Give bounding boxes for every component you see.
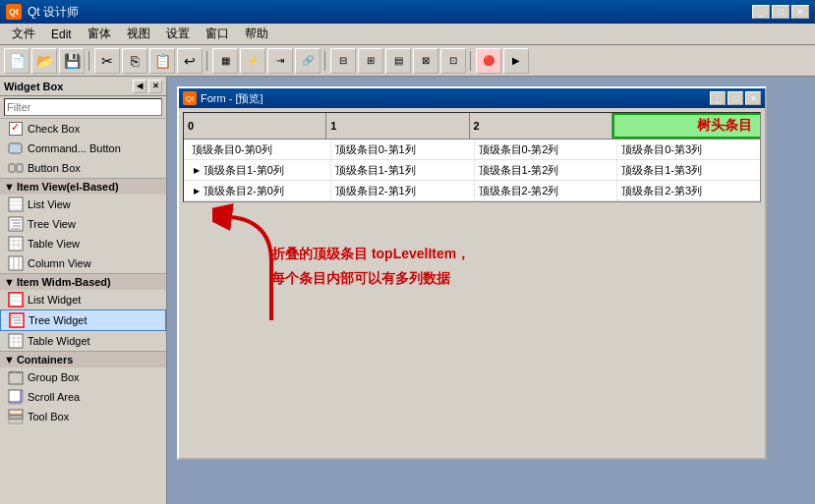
svg-rect-2: [17, 164, 23, 172]
form-maximize[interactable]: □: [728, 91, 743, 105]
main-area: Widget Box ◀ ✕ Check Box Command... Butt…: [0, 77, 815, 504]
sidebar-item-label: List Widget: [28, 294, 81, 306]
menu-help[interactable]: 帮助: [237, 24, 276, 44]
cell-1-1: 顶级条目1-第1列: [331, 160, 475, 180]
cell-1-2: 顶级条目1-第2列: [475, 160, 618, 180]
layout-v-button[interactable]: ⊞: [358, 48, 383, 74]
annotation-text: 折叠的顶级条目 topLevelItem， 每个条目内部可以有多列数据: [271, 242, 470, 291]
svg-rect-36: [9, 390, 21, 402]
widget-box-sidebar: Widget Box ◀ ✕ Check Box Command... Butt…: [0, 77, 167, 504]
sidebar-item-list-view[interactable]: List View: [0, 195, 166, 214]
svg-rect-12: [9, 237, 23, 251]
sidebar-item-scroll-area[interactable]: Scroll Area: [0, 387, 166, 407]
cell-0-3: 顶级条目0-第3列: [617, 140, 760, 159]
sidebar-item-command-button[interactable]: Command... Button: [0, 139, 166, 158]
svg-text:G: G: [11, 369, 14, 374]
buddy-button[interactable]: 🔗: [295, 48, 320, 74]
tree-view-icon: [8, 216, 24, 232]
filter-input[interactable]: [4, 98, 162, 116]
cell-2-1: 顶级条目2-第1列: [331, 181, 475, 200]
triangle-icon: ▼: [4, 354, 15, 365]
sidebar-item-table-view[interactable]: Table View: [0, 234, 166, 253]
sidebar-item-label: Check Box: [28, 123, 80, 135]
tab-order-button[interactable]: ⇥: [267, 48, 293, 74]
save-button[interactable]: 💾: [59, 48, 85, 74]
category-containers[interactable]: ▼ Containers: [0, 351, 166, 367]
cell-0-1: 顶级条目0-第1列: [331, 140, 475, 159]
layout-break-button[interactable]: ⊡: [440, 48, 466, 74]
table-view-icon: [8, 236, 24, 252]
sidebar-item-label: Table Widget: [28, 335, 90, 347]
preview-button[interactable]: 🔴: [476, 48, 501, 74]
triangle-icon: ▼: [4, 276, 15, 288]
widget-editor-button[interactable]: ▦: [212, 48, 238, 74]
menu-view[interactable]: 视图: [119, 24, 158, 44]
cell-1-3: 顶级条目1-第3列: [617, 160, 760, 180]
sidebar-item-list-widget[interactable]: List Widget: [0, 290, 166, 309]
copy-button[interactable]: ⎘: [122, 48, 147, 74]
tree-header-col2[interactable]: 2: [470, 113, 612, 139]
sidebar-item-group-box[interactable]: G Group Box: [0, 367, 166, 387]
menu-window2[interactable]: 窗口: [198, 24, 237, 44]
tree-header-col3[interactable]: 树头条目: [612, 113, 760, 139]
sidebar-item-label: Tree Widget: [29, 314, 87, 326]
cell-text: 顶级条目0-第1列: [335, 142, 416, 157]
menu-file[interactable]: 文件: [4, 24, 43, 44]
layout-form-button[interactable]: ⊠: [413, 48, 438, 74]
category-label: Item View(el-Based): [17, 181, 119, 193]
sidebar-item-tool-box[interactable]: Tool Box: [0, 407, 166, 426]
open-button[interactable]: 📂: [31, 48, 57, 74]
tree-header-col1[interactable]: 1: [326, 113, 469, 139]
tree-header-col0[interactable]: 0: [184, 113, 326, 139]
sidebar-item-table-widget[interactable]: Table Widget: [0, 331, 166, 351]
tool-box-icon: [8, 409, 24, 424]
signal-slot-button[interactable]: ⚡: [240, 48, 265, 74]
menu-window[interactable]: 窗体: [80, 24, 119, 44]
category-item-widget[interactable]: ▼ Item Widm-Based): [0, 273, 166, 290]
category-label: Containers: [17, 354, 73, 365]
sidebar-item-tree-widget[interactable]: Tree Widget: [0, 309, 166, 331]
svg-rect-1: [9, 164, 15, 172]
cut-button[interactable]: ✂: [94, 48, 120, 74]
expand-arrow-icon[interactable]: ▶: [192, 165, 202, 175]
cell-0-2: 顶级条目0-第2列: [475, 140, 618, 159]
sidebar-item-tree-view[interactable]: Tree View: [0, 214, 166, 234]
widget-list: Check Box Command... Button Button Box ▼…: [0, 119, 166, 504]
table-row[interactable]: ▶ 顶级条目1-第0列 顶级条目1-第1列 顶级条目1-第2列 顶级条目1-第3…: [184, 160, 760, 181]
paste-button[interactable]: 📋: [149, 48, 175, 74]
preview-button2[interactable]: ▶: [503, 48, 529, 74]
cell-text: 顶级条目2-第2列: [479, 184, 559, 198]
table-row[interactable]: 顶级条目0-第0列 顶级条目0-第1列 顶级条目0-第2列 顶级条目0-第3列: [184, 140, 760, 160]
category-item-view[interactable]: ▼ Item View(el-Based): [0, 178, 166, 195]
minimize-button[interactable]: _: [752, 5, 770, 19]
tree-widget-icon: [9, 312, 25, 328]
sidebar-item-button-box[interactable]: Button Box: [0, 158, 166, 178]
table-widget-icon: [8, 333, 24, 349]
sidebar-item-label: Tool Box: [28, 411, 69, 422]
cell-text: 顶级条目2-第1列: [335, 184, 416, 198]
sidebar-item-label: Tree View: [28, 218, 76, 230]
sidebar-item-label: Table View: [28, 238, 80, 250]
expand-arrow-icon[interactable]: ▶: [192, 186, 202, 196]
cell-2-3: 顶级条目2-第3列: [617, 181, 760, 200]
undo-button[interactable]: ↩: [177, 48, 203, 74]
tree-widget[interactable]: 0 1 2 树头条目 顶级条目0-第0列 顶级条目0-第1列: [183, 112, 761, 202]
widget-box-title: Widget Box: [4, 81, 133, 92]
close-button[interactable]: ✕: [791, 5, 809, 19]
layout-grid-button[interactable]: ▤: [385, 48, 411, 74]
sidebar-item-label: Button Box: [28, 162, 81, 174]
table-row[interactable]: ▶ 顶级条目2-第0列 顶级条目2-第1列 顶级条目2-第2列 顶级条目2-第3…: [184, 181, 760, 201]
layout-h-button[interactable]: ⊟: [330, 48, 356, 74]
cell-1-0: ▶ 顶级条目1-第0列: [184, 160, 331, 180]
maximize-button[interactable]: □: [772, 5, 789, 19]
menu-settings[interactable]: 设置: [158, 24, 198, 44]
form-minimize[interactable]: _: [710, 91, 726, 105]
menu-edit[interactable]: Edit: [43, 26, 80, 43]
new-button[interactable]: 📄: [4, 48, 29, 74]
sidebar-float-button[interactable]: ◀: [133, 80, 146, 93]
sidebar-close-button[interactable]: ✕: [148, 80, 162, 93]
form-close[interactable]: ✕: [745, 91, 761, 105]
sidebar-item-checkbox[interactable]: Check Box: [0, 119, 166, 139]
sidebar-item-column-view[interactable]: Column View: [0, 253, 166, 273]
form-area: Qt Form - [预览] _ □ ✕ 0 1 2 树头条目: [167, 77, 815, 504]
